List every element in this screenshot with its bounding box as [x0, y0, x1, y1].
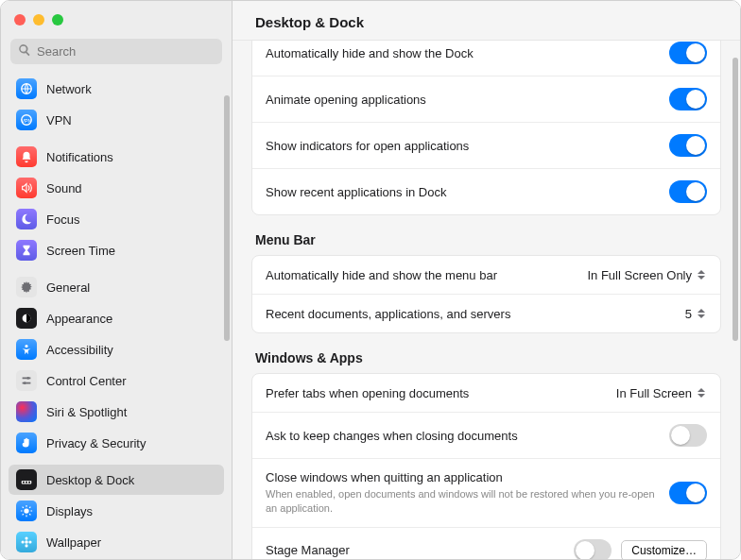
search-icon [18, 43, 31, 59]
row-label: Show recent applications in Dock [266, 185, 660, 199]
row-animate-opening: Animate opening applications [252, 76, 720, 123]
sidebar-item-desktopdock[interactable]: Desktop & Dock [9, 465, 224, 495]
sidebar-item-label: General [46, 280, 90, 295]
globe-icon [16, 78, 37, 99]
content-scroll[interactable]: Automatically hide and show the Dock Ani… [233, 41, 740, 559]
svg-rect-8 [23, 482, 25, 484]
toggle-autohide-dock[interactable] [669, 42, 707, 64]
select-value: In Full Screen [616, 386, 692, 400]
svg-point-11 [24, 508, 28, 513]
row-label: Ask to keep changes when closing documen… [266, 429, 660, 443]
row-indicators: Show indicators for open applications [252, 123, 720, 169]
appearance-icon [16, 308, 37, 329]
select-prefer-tabs[interactable]: In Full Screen [616, 385, 707, 400]
sidebar-item-label: Displays [46, 504, 93, 518]
sidebar-item-sound[interactable]: Sound [9, 173, 224, 203]
sidebar-item-siri[interactable]: Siri & Spotlight [9, 397, 224, 427]
sidebar-item-label: Siri & Spotlight [46, 405, 127, 419]
settings-window: Network VPN VPN Notifications Sound Focu… [0, 0, 741, 560]
updown-icon [696, 306, 707, 321]
sidebar-item-label: Desktop & Dock [46, 473, 134, 487]
svg-point-15 [21, 540, 24, 543]
row-stage-manager: Stage Manager Customize… [252, 528, 720, 559]
svg-rect-9 [26, 482, 27, 484]
menubar-card: Automatically hide and show the menu bar… [251, 255, 721, 333]
updown-icon [696, 385, 707, 400]
row-label: Show indicators for open applications [266, 139, 660, 153]
sidebar-item-screentime[interactable]: Screen Time [9, 235, 224, 265]
content-scrollbar[interactable] [732, 58, 738, 341]
row-prefer-tabs: Prefer tabs when opening documents In Fu… [252, 374, 720, 413]
sidebar-item-network[interactable]: Network [9, 74, 224, 104]
row-label: Prefer tabs when opening documents [266, 386, 607, 400]
moon-icon [16, 209, 37, 229]
row-label: Stage Manager [266, 543, 564, 557]
minimize-window-button[interactable] [33, 14, 44, 25]
row-label: Animate opening applications [266, 93, 660, 107]
toggle-indicators[interactable] [669, 134, 707, 157]
svg-point-5 [26, 377, 29, 380]
select-value: In Full Screen Only [587, 268, 692, 282]
window-controls [1, 1, 232, 35]
close-window-button[interactable] [14, 14, 26, 25]
sidebar-item-general[interactable]: General [9, 272, 224, 302]
sidebar-item-notifications[interactable]: Notifications [9, 142, 224, 172]
sidebar-item-accessibility[interactable]: Accessibility [9, 334, 224, 365]
row-label: Close windows when quitting an applicati… [266, 470, 660, 516]
vpn-icon: VPN [16, 110, 37, 130]
flower-icon [16, 532, 37, 552]
sidebar-item-label: Appearance [46, 312, 112, 326]
gear-icon [16, 277, 37, 297]
section-title: Menu Bar [251, 232, 721, 247]
sidebar-item-vpn[interactable]: VPN VPN [9, 105, 224, 135]
sidebar-item-label: Sound [46, 181, 82, 195]
sidebar-item-label: Accessibility [46, 343, 113, 357]
customize-button[interactable]: Customize… [621, 540, 707, 559]
sliders-icon [16, 370, 37, 391]
svg-point-16 [28, 540, 31, 543]
toggle-ask-keep-changes[interactable] [669, 424, 707, 447]
row-close-windows-quit: Close windows when quitting an applicati… [252, 459, 720, 528]
row-recent-docs: Recent documents, applications, and serv… [252, 295, 720, 332]
sidebar-list[interactable]: Network VPN VPN Notifications Sound Focu… [1, 74, 232, 559]
sidebar-item-wallpaper[interactable]: Wallpaper [9, 527, 224, 557]
sidebar-item-privacy[interactable]: Privacy & Security [9, 428, 224, 458]
page-title: Desktop & Dock [233, 1, 740, 41]
zoom-window-button[interactable] [52, 14, 63, 25]
sidebar-item-label: Wallpaper [46, 535, 101, 550]
toggle-close-windows-quit[interactable] [669, 482, 707, 504]
sidebar-scrollbar[interactable] [224, 95, 230, 341]
sidebar-item-label: Privacy & Security [46, 436, 146, 450]
search-input[interactable] [37, 44, 215, 59]
row-label-text: Close windows when quitting an applicati… [266, 470, 660, 484]
select-recent-docs[interactable]: 5 [685, 306, 707, 321]
row-label: Recent documents, applications, and serv… [266, 307, 676, 321]
row-label: Automatically hide and show the Dock [266, 46, 660, 60]
sidebar-item-label: Network [46, 82, 92, 96]
svg-text:VPN: VPN [22, 118, 32, 124]
windows-card: Prefer tabs when opening documents In Fu… [251, 373, 721, 559]
sidebar-item-displays[interactable]: Displays [9, 496, 224, 526]
siri-icon [16, 401, 37, 422]
toggle-recent-apps[interactable] [669, 180, 707, 203]
sidebar-item-focus[interactable]: Focus [9, 204, 224, 234]
hourglass-icon [16, 240, 37, 261]
sidebar-item-controlcenter[interactable]: Control Center [9, 365, 224, 396]
select-value: 5 [685, 307, 692, 321]
sidebar-item-appearance[interactable]: Appearance [9, 303, 224, 333]
sidebar: Network VPN VPN Notifications Sound Focu… [1, 1, 233, 559]
updown-icon [696, 267, 707, 282]
toggle-animate-opening[interactable] [669, 88, 707, 110]
search-field[interactable] [10, 39, 222, 64]
select-autohide-menubar[interactable]: In Full Screen Only [587, 267, 707, 282]
content-pane: Desktop & Dock Automatically hide and sh… [233, 1, 740, 559]
toggle-stage-manager[interactable] [574, 539, 612, 559]
row-autohide-dock: Automatically hide and show the Dock [252, 41, 720, 76]
sidebar-item-label: Focus [46, 212, 79, 227]
dock-card: Automatically hide and show the Dock Ani… [251, 41, 721, 215]
speaker-icon [16, 178, 37, 198]
section-title: Windows & Apps [251, 350, 721, 365]
svg-point-4 [25, 345, 27, 348]
sidebar-item-label: Control Center [46, 374, 127, 388]
svg-point-12 [25, 540, 28, 544]
